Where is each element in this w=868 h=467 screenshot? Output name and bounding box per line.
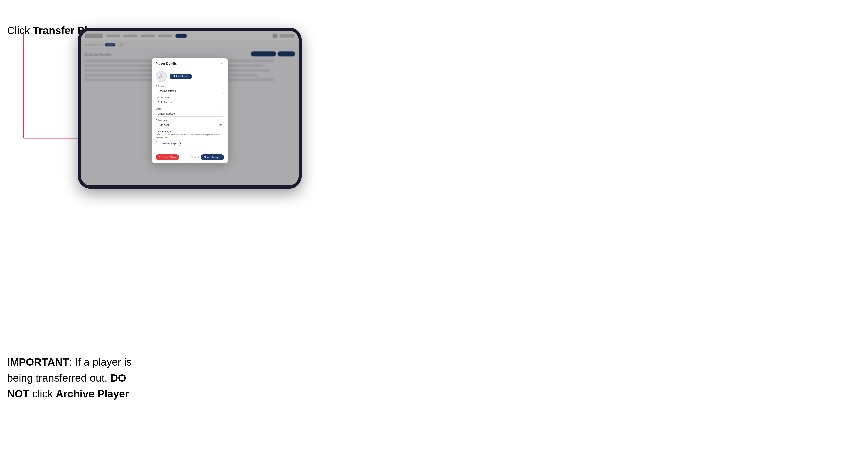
instruction-bottom: IMPORTANT: If a player is being transfer… bbox=[7, 354, 145, 402]
modal-header: Player Details × bbox=[152, 58, 228, 68]
archive-btn-label: Archive Player bbox=[162, 156, 176, 158]
tablet-frame: ⊕ Dashboard (111) Active All Update Rost… bbox=[78, 28, 302, 188]
transfer-btn-label: Transfer Player bbox=[162, 142, 178, 145]
tablet-screen: ⊕ Dashboard (111) Active All Update Rost… bbox=[81, 31, 299, 186]
full-name-group: Full Name bbox=[156, 85, 224, 94]
svg-point-3 bbox=[160, 75, 162, 76]
transfer-player-section: Transfer Player If this player has moved… bbox=[156, 130, 224, 146]
transfer-player-button[interactable]: ⟳ Transfer Player bbox=[156, 141, 181, 146]
archive-icon: ⊘ bbox=[159, 156, 161, 158]
cancel-button[interactable]: Cancel bbox=[191, 156, 198, 159]
transfer-player-description: If this player has moved to another scho… bbox=[156, 133, 224, 139]
save-changes-button[interactable]: Save Changes bbox=[200, 154, 224, 160]
email-group: Email bbox=[156, 107, 224, 117]
instruction-suffix: click bbox=[29, 388, 56, 400]
school-year-group: School Year First Year Second Year Third… bbox=[156, 119, 224, 128]
modal-footer: ⊘ Archive Player Cancel Save Changes bbox=[152, 152, 228, 163]
modal-body: Upload Photo Full Name Display Name bbox=[152, 68, 228, 151]
school-year-select[interactable]: First Year Second Year Third Year Fourth… bbox=[156, 122, 224, 128]
full-name-input[interactable] bbox=[156, 88, 224, 94]
email-input[interactable] bbox=[156, 111, 224, 117]
email-label: Email bbox=[156, 107, 224, 110]
instruction-prefix: Click bbox=[7, 25, 33, 36]
display-name-group: Display Name bbox=[156, 96, 224, 105]
transfer-icon: ⟳ bbox=[159, 142, 161, 145]
player-details-modal: Player Details × Upload Photo bbox=[152, 58, 228, 163]
important-label: IMPORTANT bbox=[7, 356, 69, 368]
display-name-label: Display Name bbox=[156, 96, 224, 99]
avatar-upload-row: Upload Photo bbox=[156, 71, 224, 82]
modal-title: Player Details bbox=[156, 62, 177, 65]
modal-close-button[interactable]: × bbox=[220, 61, 224, 66]
full-name-label: Full Name bbox=[156, 85, 224, 88]
archive-player-ref: Archive Player bbox=[56, 388, 129, 400]
display-name-input[interactable] bbox=[156, 99, 224, 105]
school-year-label: School Year bbox=[156, 119, 224, 121]
archive-player-button[interactable]: ⊘ Archive Player bbox=[156, 154, 179, 160]
modal-overlay: Player Details × Upload Photo bbox=[81, 31, 299, 186]
player-avatar bbox=[156, 71, 167, 82]
upload-photo-button[interactable]: Upload Photo bbox=[170, 74, 192, 80]
transfer-player-label: Transfer Player bbox=[156, 130, 224, 133]
